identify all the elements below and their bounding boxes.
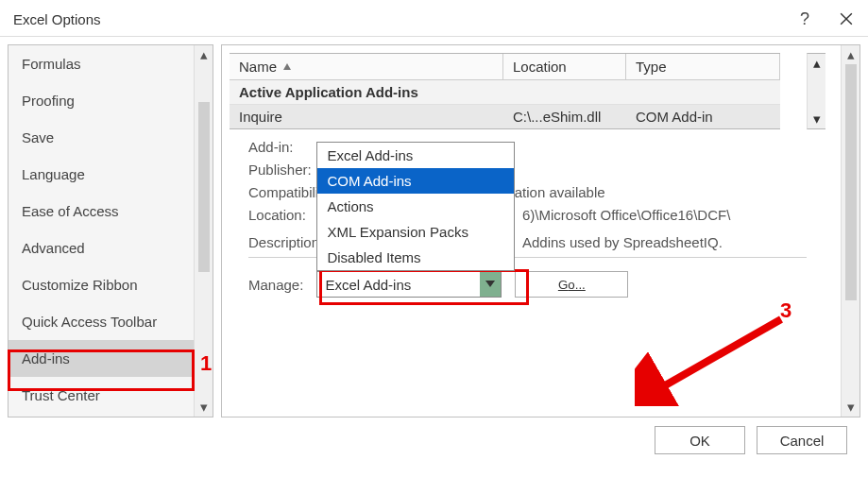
dropdown-item-label: Excel Add-ins	[327, 147, 413, 163]
sidebar-item-label: Trust Center	[22, 387, 100, 403]
sidebar-item-language[interactable]: Language	[9, 156, 213, 193]
scroll-thumb[interactable]	[198, 102, 210, 272]
svg-marker-3	[485, 281, 495, 287]
sidebar-item-trust-center[interactable]: Trust Center	[9, 377, 213, 414]
column-header-location[interactable]: Location	[503, 54, 626, 80]
table-header: Name Location Type	[230, 54, 780, 80]
window-title: Excel Options	[13, 11, 101, 27]
table-group-header: Active Application Add-ins	[230, 80, 780, 105]
sidebar-item-label: Language	[22, 166, 85, 182]
scroll-down-icon[interactable]: ▾	[842, 398, 859, 417]
sidebar-item-proofing[interactable]: Proofing	[9, 82, 213, 119]
go-button[interactable]: Go...	[515, 271, 628, 298]
cancel-button[interactable]: Cancel	[757, 426, 847, 454]
sidebar-scrollbar[interactable]: ▴ ▾	[194, 45, 213, 417]
sidebar-list: Formulas Proofing Save Language Ease of …	[9, 45, 213, 417]
scroll-down-icon[interactable]: ▾	[808, 110, 825, 128]
dropdown-item-label: COM Add-ins	[327, 173, 411, 189]
dialog-body: Formulas Proofing Save Language Ease of …	[0, 37, 868, 417]
go-button-label-suffix: o...	[568, 278, 586, 292]
dropdown-item-excel-addins[interactable]: Excel Add-ins	[317, 143, 514, 168]
column-header-name[interactable]: Name	[230, 54, 503, 80]
column-header-type[interactable]: Type	[626, 54, 780, 80]
title-bar: Excel Options ?	[0, 0, 868, 36]
sidebar-item-label: Ease of Access	[22, 203, 119, 219]
cell-type: COM Add-in	[626, 105, 780, 128]
scroll-up-icon[interactable]: ▴	[842, 45, 859, 64]
dropdown-item-label: Actions	[327, 198, 373, 214]
scroll-up-icon[interactable]: ▴	[808, 54, 825, 73]
sidebar-item-label: Formulas	[22, 56, 81, 72]
sidebar-item-ease-of-access[interactable]: Ease of Access	[9, 193, 213, 230]
sidebar-item-label: Proofing	[22, 93, 75, 109]
addins-table: Name Location Type Active Application Ad…	[230, 53, 780, 129]
main-scrollbar[interactable]: ▴ ▾	[841, 45, 859, 417]
cell-name: Inquire	[230, 105, 503, 128]
sort-asc-icon	[282, 59, 292, 75]
window-controls: ?	[800, 9, 855, 29]
help-icon[interactable]: ?	[800, 9, 809, 29]
dropdown-item-label: Disabled Items	[327, 249, 420, 265]
combobox-dropdown-button[interactable]	[480, 272, 501, 297]
column-header-label: Name	[239, 59, 277, 75]
sidebar-item-quick-access-toolbar[interactable]: Quick Access Toolbar	[9, 303, 213, 340]
close-icon[interactable]	[838, 10, 855, 27]
ok-button[interactable]: OK	[655, 426, 745, 454]
column-header-label: Location	[513, 59, 567, 75]
sidebar: Formulas Proofing Save Language Ease of …	[8, 44, 213, 417]
dropdown-item-com-addins[interactable]: COM Add-ins	[317, 168, 514, 194]
manage-row: Manage: Excel Add-ins Excel Add-ins COM …	[230, 271, 852, 305]
scroll-thumb[interactable]	[845, 64, 857, 300]
scroll-up-icon[interactable]: ▴	[195, 45, 213, 64]
sidebar-item-label: Save	[22, 129, 54, 145]
manage-dropdown: Excel Add-ins COM Add-ins Actions XML Ex…	[316, 142, 515, 271]
sidebar-item-label: Customize Ribbon	[22, 277, 138, 293]
table-scrollbar[interactable]: ▴ ▾	[807, 53, 825, 129]
sidebar-item-save[interactable]: Save	[9, 119, 213, 156]
sidebar-item-add-ins[interactable]: Add-ins	[9, 340, 213, 377]
manage-label: Manage:	[248, 277, 303, 293]
scroll-down-icon[interactable]: ▾	[195, 398, 213, 417]
svg-marker-2	[283, 63, 291, 70]
cell-location: C:\...eShim.dll	[503, 105, 626, 128]
manage-combobox[interactable]: Excel Add-ins Excel Add-ins COM Add-ins …	[316, 271, 502, 298]
dropdown-item-disabled-items[interactable]: Disabled Items	[317, 245, 514, 270]
combobox-value: Excel Add-ins	[317, 277, 480, 293]
sidebar-item-label: Quick Access Toolbar	[22, 314, 157, 330]
sidebar-item-customize-ribbon[interactable]: Customize Ribbon	[9, 266, 213, 303]
sidebar-item-formulas[interactable]: Formulas	[9, 45, 213, 82]
dialog-footer: OK Cancel	[0, 417, 868, 463]
dropdown-item-actions[interactable]: Actions	[317, 194, 514, 219]
column-header-label: Type	[636, 59, 667, 75]
sidebar-item-label: Advanced	[22, 240, 85, 256]
table-row[interactable]: Inquire C:\...eShim.dll COM Add-in	[230, 105, 780, 128]
dropdown-item-label: XML Expansion Packs	[327, 224, 468, 240]
dropdown-item-xml-expansion-packs[interactable]: XML Expansion Packs	[317, 219, 514, 245]
main-panel: Name Location Type Active Application Ad…	[221, 44, 860, 417]
sidebar-item-advanced[interactable]: Advanced	[9, 230, 213, 266]
sidebar-item-label: Add-ins	[22, 350, 70, 366]
